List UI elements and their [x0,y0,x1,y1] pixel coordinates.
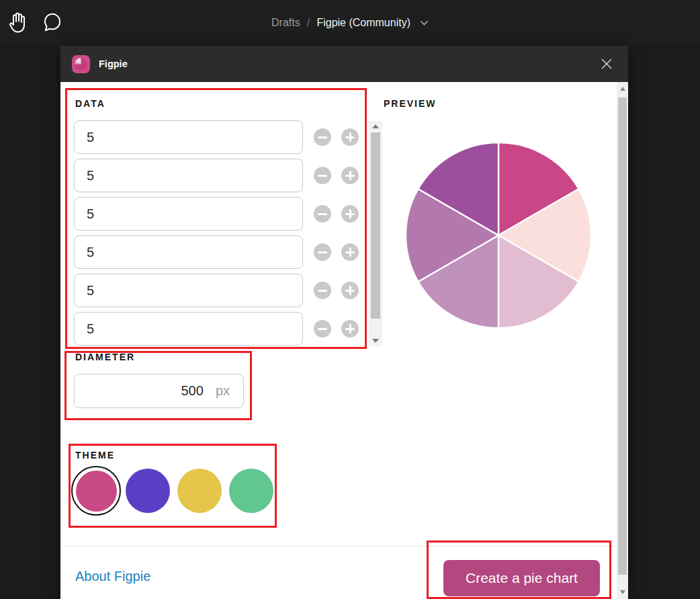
minus-icon [318,175,327,177]
scroll-down-icon[interactable] [372,339,379,343]
chevron-down-icon [420,20,429,26]
minus-button[interactable] [314,128,331,146]
plus-button[interactable] [341,205,359,223]
plugin-body: DATA PREVIEW 5 5 5 5 [60,82,628,599]
comment-tool-button[interactable] [35,0,70,46]
plugin-header: Figpie [60,46,628,82]
scroll-down-icon[interactable] [620,590,625,594]
data-row: 5 [74,312,363,346]
comment-icon [42,11,62,34]
theme-swatch-green[interactable] [226,466,276,516]
create-pie-chart-button[interactable]: Create a pie chart [443,560,600,596]
theme-swatch-pink[interactable] [71,466,121,516]
data-value-input[interactable]: 5 [74,120,303,154]
minus-button[interactable] [314,205,331,223]
figma-toolbar: Drafts / Figpie (Community) [0,0,700,46]
plus-button[interactable] [341,243,359,261]
minus-button[interactable] [314,320,331,337]
data-value-input[interactable]: 5 [74,274,303,307]
theme-swatch-purple[interactable] [123,466,173,516]
plus-button[interactable] [341,167,359,184]
data-row: 5 [74,235,363,269]
close-icon [601,58,612,69]
hand-icon [7,11,28,35]
minus-icon [318,290,327,292]
plugin-title: Figpie [99,58,599,69]
close-button[interactable] [599,56,615,72]
data-row-list: 5 5 5 5 5 [74,120,363,346]
data-row: 5 [74,197,363,231]
data-row: 5 [74,159,363,192]
data-value-input[interactable]: 5 [74,312,303,346]
data-value-input[interactable]: 5 [74,159,303,192]
about-link[interactable]: About Figpie [75,569,150,584]
preview-section-label: PREVIEW [384,98,437,109]
scroll-up-icon[interactable] [620,87,625,91]
plugin-window: Figpie DATA PREVIEW 5 5 5 [60,46,628,599]
minus-icon [318,328,327,330]
breadcrumb-root[interactable]: Drafts [271,17,300,29]
plus-button[interactable] [341,282,359,299]
diameter-section-label: DIAMETER [75,352,135,362]
diameter-unit: px [216,383,230,399]
pie-chart-preview [404,141,593,329]
scrollbar-thumb[interactable] [371,132,380,319]
data-row: 5 [74,274,363,307]
theme-section-label: THEME [75,450,115,461]
minus-icon [318,213,327,215]
minus-button[interactable] [314,282,331,299]
data-section-label: DATA [75,98,105,109]
data-row: 5 [74,120,363,154]
diameter-input[interactable]: 500 px [74,374,244,408]
breadcrumb[interactable]: Drafts / Figpie (Community) [271,0,429,46]
scrollbar-thumb[interactable] [618,97,627,575]
data-value-input[interactable]: 5 [74,197,303,231]
footer-divider [60,546,617,547]
theme-swatch-yellow[interactable] [175,466,224,516]
minus-icon [318,251,327,253]
theme-swatch-row [71,466,276,516]
minus-icon [318,136,327,138]
data-value-input[interactable]: 5 [74,235,303,269]
minus-button[interactable] [314,243,331,261]
figpie-logo-icon [72,55,90,73]
breadcrumb-current[interactable]: Figpie (Community) [316,17,410,29]
plugin-window-scrollbar[interactable] [617,82,628,599]
plus-button[interactable] [341,128,359,146]
diameter-value[interactable]: 500 [181,383,204,399]
breadcrumb-separator: / [307,16,310,30]
scroll-up-icon[interactable] [372,124,379,128]
data-list-scrollbar[interactable] [369,121,382,346]
hand-tool-button[interactable] [0,0,35,46]
plus-button[interactable] [341,320,359,337]
minus-button[interactable] [314,167,331,184]
